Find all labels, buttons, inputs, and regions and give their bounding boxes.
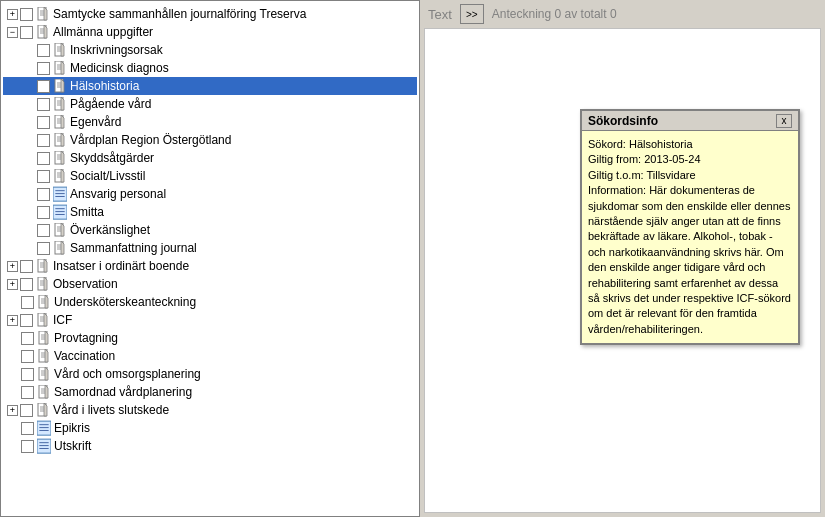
checkbox-allmanna[interactable]: [20, 26, 33, 39]
expand-icon-allmanna[interactable]: −: [7, 27, 18, 38]
checkbox-medicinsk[interactable]: [37, 62, 50, 75]
checkbox-vaccination[interactable]: [21, 350, 34, 363]
doc-icon-samtycke: [36, 7, 50, 21]
item-label-skydds: Skyddsåtgärder: [70, 151, 154, 165]
tree-item-socialt[interactable]: Socialt/Livsstil: [3, 167, 417, 185]
item-label-inskrivning: Inskrivningsorsak: [70, 43, 163, 57]
checkbox-epikris[interactable]: [21, 422, 34, 435]
checkbox-sammanfattning[interactable]: [37, 242, 50, 255]
item-label-utskrift: Utskrift: [54, 439, 91, 453]
tree-item-skydds[interactable]: Skyddsåtgärder: [3, 149, 417, 167]
expand-icon-vard-livets[interactable]: +: [7, 405, 18, 416]
right-panel: Text >> Anteckning 0 av totalt 0 Sökords…: [420, 0, 825, 517]
checkbox-vard-omsorgsplanering[interactable]: [21, 368, 34, 381]
tree-item-ansvarig[interactable]: Ansvarig personal: [3, 185, 417, 203]
checkbox-halsohistoria[interactable]: [37, 80, 50, 93]
svg-marker-87: [44, 313, 47, 326]
doc-icon-vard-livets: [36, 403, 50, 417]
checkbox-samordnad[interactable]: [21, 386, 34, 399]
checkbox-observation[interactable]: [20, 278, 33, 291]
anteckning-label: Anteckning 0 av totalt 0: [492, 7, 617, 21]
doc-icon-inskrivning: [53, 43, 67, 57]
checkbox-underskoterska[interactable]: [21, 296, 34, 309]
sokordsinfo-title: Sökordsinfo: [588, 114, 658, 128]
tree-item-samtycke[interactable]: + Samtycke sammanhållen journalföring Tr…: [3, 5, 417, 23]
item-label-medicinsk: Medicinsk diagnos: [70, 61, 169, 75]
svg-marker-34: [61, 115, 64, 128]
tree-item-epikris[interactable]: Epikris: [3, 419, 417, 437]
checkbox-provtagning[interactable]: [21, 332, 34, 345]
checkbox-vard-livets[interactable]: [20, 404, 33, 417]
list-icon-utskrift: [37, 439, 51, 453]
tree-item-egenvard[interactable]: Egenvård: [3, 113, 417, 131]
svg-rect-113: [37, 421, 51, 435]
right-content: Sökordsinfo x Sökord: HälsohistoriaGilti…: [424, 28, 821, 513]
tree-item-vard-omsorgsplanering[interactable]: Vård och omsorgsplanering: [3, 365, 417, 383]
list-icon-ansvarig: [53, 187, 67, 201]
sokordsinfo-close-button[interactable]: x: [776, 114, 792, 128]
expand-icon-observation[interactable]: +: [7, 279, 18, 290]
item-label-vard-omsorgsplanering: Vård och omsorgsplanering: [54, 367, 201, 381]
checkbox-vardplan[interactable]: [37, 134, 50, 147]
svg-marker-107: [45, 385, 48, 398]
tree-item-insatser[interactable]: + Insatser i ordinärt boende: [3, 257, 417, 275]
checkbox-inskrivning[interactable]: [37, 44, 50, 57]
svg-marker-19: [61, 61, 64, 74]
checkbox-icf[interactable]: [20, 314, 33, 327]
item-label-vaccination: Vaccination: [54, 349, 115, 363]
svg-marker-9: [44, 25, 47, 38]
text-label: Text: [428, 7, 452, 22]
nav-button[interactable]: >>: [460, 4, 484, 24]
doc-icon-socialt: [53, 169, 67, 183]
tree-item-vaccination[interactable]: Vaccination: [3, 347, 417, 365]
tree-item-utskrift[interactable]: Utskrift: [3, 437, 417, 455]
expand-icon-samtycke[interactable]: +: [7, 9, 18, 20]
expand-icon-icf[interactable]: +: [7, 315, 18, 326]
svg-marker-14: [61, 43, 64, 56]
tree-item-inskrivning[interactable]: Inskrivningsorsak: [3, 41, 417, 59]
svg-marker-67: [61, 241, 64, 254]
doc-icon-underskoterska: [37, 295, 51, 309]
doc-icon-medicinsk: [53, 61, 67, 75]
tree-item-icf[interactable]: + ICF: [3, 311, 417, 329]
checkbox-samtycke[interactable]: [20, 8, 33, 21]
checkbox-skydds[interactable]: [37, 152, 50, 165]
item-label-sammanfattning: Sammanfattning journal: [70, 241, 197, 255]
tree-item-vardplan[interactable]: Vårdplan Region Östergötland: [3, 131, 417, 149]
tree-item-provtagning[interactable]: Provtagning: [3, 329, 417, 347]
checkbox-pagaende[interactable]: [37, 98, 50, 111]
doc-icon-vaccination: [37, 349, 51, 363]
tree-item-vard-livets[interactable]: + Vård i livets slutskede: [3, 401, 417, 419]
tree-item-samordnad[interactable]: Samordnad vårdplanering: [3, 383, 417, 401]
svg-marker-92: [45, 331, 48, 344]
item-label-socialt: Socialt/Livsstil: [70, 169, 145, 183]
tree-item-allmanna[interactable]: − Allmänna uppgifter: [3, 23, 417, 41]
tree-item-observation[interactable]: + Observation: [3, 275, 417, 293]
item-label-ansvarig: Ansvarig personal: [70, 187, 166, 201]
tree-item-medicinsk[interactable]: Medicinsk diagnos: [3, 59, 417, 77]
checkbox-utskrift[interactable]: [21, 440, 34, 453]
svg-rect-117: [37, 439, 51, 453]
tree-item-underskoterska[interactable]: Undersköterskeanteckning: [3, 293, 417, 311]
doc-icon-samordnad: [37, 385, 51, 399]
item-label-samtycke: Samtycke sammanhållen journalföring Tres…: [53, 7, 306, 21]
tree-item-sammanfattning[interactable]: Sammanfattning journal: [3, 239, 417, 257]
checkbox-insatser[interactable]: [20, 260, 33, 273]
tree-item-halsohistoria[interactable]: Hälsohistoria: [3, 77, 417, 95]
checkbox-egenvard[interactable]: [37, 116, 50, 129]
expand-icon-insatser[interactable]: +: [7, 261, 18, 272]
sokordsinfo-body: Sökord: HälsohistoriaGiltig from: 2013-0…: [582, 131, 798, 343]
svg-marker-29: [61, 97, 64, 110]
svg-marker-102: [45, 367, 48, 380]
checkbox-smitta[interactable]: [37, 206, 50, 219]
checkbox-socialt[interactable]: [37, 170, 50, 183]
tree-item-smitta[interactable]: Smitta: [3, 203, 417, 221]
item-label-vardplan: Vårdplan Region Östergötland: [70, 133, 231, 147]
svg-marker-24: [61, 79, 64, 92]
item-label-insatser: Insatser i ordinärt boende: [53, 259, 189, 273]
tree-item-overkanslighet[interactable]: Överkänslighet: [3, 221, 417, 239]
checkbox-ansvarig[interactable]: [37, 188, 50, 201]
tree-item-pagaende[interactable]: Pågående vård: [3, 95, 417, 113]
checkbox-overkanslighet[interactable]: [37, 224, 50, 237]
doc-icon-egenvard: [53, 115, 67, 129]
